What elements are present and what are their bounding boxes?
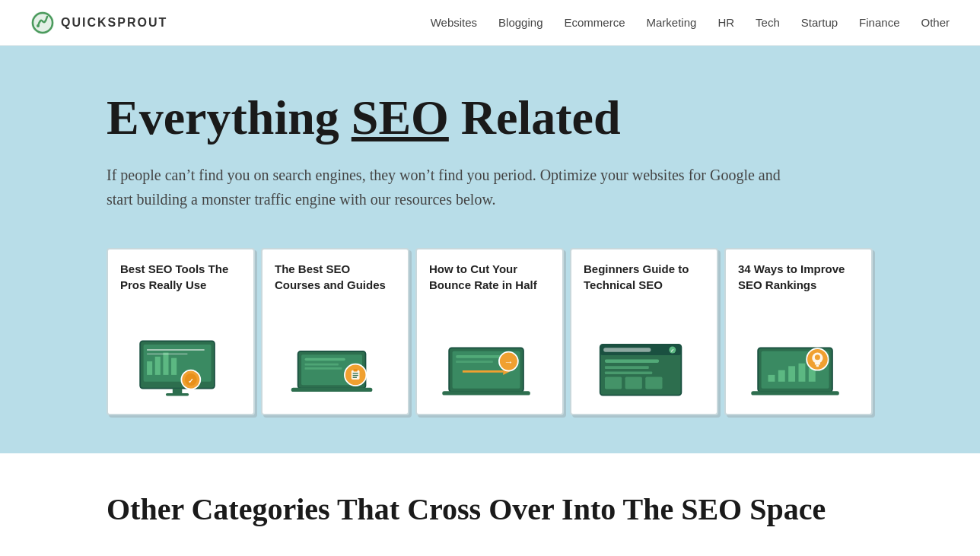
card-bounce-rate[interactable]: How to Cut Your Bounce Rate in Half: [415, 248, 564, 415]
svg-rect-12: [166, 393, 189, 396]
svg-rect-26: [353, 377, 357, 378]
nav-item-marketing[interactable]: Marketing: [647, 16, 697, 29]
svg-rect-51: [778, 370, 785, 382]
svg-rect-7: [163, 353, 168, 375]
svg-rect-5: [147, 362, 152, 376]
svg-rect-8: [171, 358, 177, 375]
svg-point-60: [815, 355, 820, 361]
svg-rect-30: [456, 356, 503, 359]
card-best-seo-courses[interactable]: The Best SEO Courses and Guides: [261, 248, 409, 415]
svg-rect-45: [605, 377, 622, 389]
svg-rect-42: [605, 360, 659, 363]
nav-item-ecommerce[interactable]: Ecommerce: [564, 16, 625, 29]
card-image-improve-seo: [738, 330, 859, 399]
svg-rect-59: [816, 365, 819, 367]
svg-rect-27: [354, 369, 358, 372]
card-title-best-seo-tools: Best SEO Tools The Pros Really Use: [120, 262, 241, 293]
card-title-technical-seo: Beginners Guide to Technical SEO: [584, 262, 705, 293]
svg-rect-23: [352, 370, 360, 380]
svg-rect-44: [605, 372, 652, 375]
svg-rect-39: [603, 348, 651, 352]
svg-rect-53: [799, 364, 806, 382]
nav-item-websites[interactable]: Websites: [431, 16, 477, 29]
card-title-best-seo-courses: The Best SEO Courses and Guides: [275, 262, 396, 293]
svg-rect-47: [645, 377, 662, 389]
hero-title: Everything SEO Related: [107, 91, 873, 145]
svg-rect-55: [751, 392, 839, 396]
nav-links: Websites Blogging Ecommerce Marketing HR…: [431, 16, 950, 30]
navbar: QUICKSPROUT Websites Blogging Ecommerce …: [0, 0, 980, 46]
svg-text:✓: ✓: [188, 377, 194, 385]
cards-row: Best SEO Tools The Pros Really Use: [107, 248, 873, 415]
hero-description: If people can’t find you on search engin…: [107, 163, 791, 211]
svg-rect-31: [456, 361, 493, 364]
nav-item-tech[interactable]: Tech: [756, 16, 780, 29]
nav-item-startup[interactable]: Startup: [801, 16, 838, 29]
logo-icon: [30, 11, 55, 35]
bottom-section: Other Categories That Cross Over Into Th…: [0, 453, 980, 556]
svg-rect-46: [625, 377, 642, 389]
svg-rect-43: [605, 367, 649, 370]
nav-item-finance[interactable]: Finance: [859, 16, 899, 29]
svg-rect-20: [305, 368, 342, 370]
svg-rect-24: [353, 373, 358, 374]
svg-rect-50: [768, 375, 775, 382]
card-title-bounce-rate: How to Cut Your Bounce Rate in Half: [429, 262, 550, 293]
svg-rect-34: [442, 392, 530, 396]
svg-rect-18: [305, 358, 345, 361]
card-technical-seo[interactable]: Beginners Guide to Technical SEO ✓: [570, 248, 718, 415]
card-image-technical-seo: ✓: [584, 330, 705, 399]
svg-rect-19: [305, 364, 339, 366]
hero-section: Everything SEO Related If people can’t f…: [0, 46, 980, 453]
nav-item-other[interactable]: Other: [921, 16, 950, 29]
bottom-title: Other Categories That Cross Over Into Th…: [107, 491, 873, 528]
card-title-improve-seo: 34 Ways to Improve SEO Rankings: [738, 262, 859, 293]
svg-text:→: →: [504, 357, 513, 367]
svg-rect-11: [173, 389, 182, 394]
svg-rect-58: [815, 363, 820, 365]
card-image-bounce-rate: →: [429, 330, 550, 399]
card-image-best-seo-tools: ✓: [120, 330, 241, 399]
card-best-seo-tools[interactable]: Best SEO Tools The Pros Really Use: [107, 248, 255, 415]
svg-point-0: [31, 11, 54, 34]
card-image-best-seo-courses: [275, 330, 396, 399]
card-improve-seo[interactable]: 34 Ways to Improve SEO Rankings: [724, 248, 873, 415]
nav-item-blogging[interactable]: Blogging: [498, 16, 542, 29]
svg-rect-25: [353, 375, 358, 376]
svg-text:✓: ✓: [670, 348, 674, 353]
nav-item-hr[interactable]: HR: [718, 16, 734, 29]
logo-text: QUICKSPROUT: [61, 16, 167, 30]
svg-rect-52: [788, 367, 795, 382]
svg-rect-21: [291, 388, 373, 392]
svg-rect-6: [155, 357, 161, 375]
logo-link[interactable]: QUICKSPROUT: [30, 11, 167, 35]
svg-point-2: [37, 24, 40, 27]
